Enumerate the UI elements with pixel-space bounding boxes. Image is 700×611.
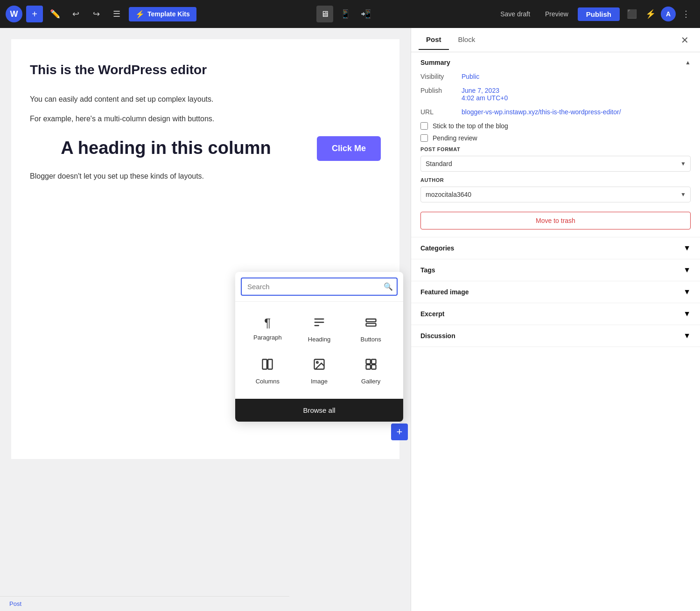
user-avatar[interactable]: A: [661, 7, 676, 21]
featured-image-chevron-icon: ▼: [683, 288, 691, 296]
mobile-icon: 📲: [361, 9, 371, 19]
url-row: URL blogger-vs-wp.instawp.xyz/this-is-th…: [420, 108, 691, 116]
undo-icon: ↩: [72, 9, 79, 19]
buttons-icon: [364, 316, 378, 332]
discussion-chevron-icon: ▼: [683, 332, 691, 340]
image-label: Image: [311, 378, 328, 385]
status-label: Post: [9, 600, 21, 607]
para-3[interactable]: Blogger doesn't let you set up these kin…: [30, 172, 381, 181]
publish-date: June 7, 2023: [462, 87, 499, 94]
lightning-icon: ⚡: [645, 9, 656, 19]
excerpt-title: Excerpt: [420, 310, 444, 318]
undo-button[interactable]: ↩: [67, 6, 84, 22]
column-left: A heading in this column: [30, 138, 302, 159]
redo-icon: ↪: [93, 9, 100, 19]
sidebar-toggle-button[interactable]: ⬛: [623, 6, 640, 22]
author-select-wrapper: mozocitala3640 ▼: [420, 187, 691, 202]
tablet-icon: 📱: [340, 9, 350, 19]
para-2[interactable]: For example, here's a multi-column desig…: [30, 113, 381, 125]
visibility-value[interactable]: Public: [462, 73, 691, 80]
sidebar-tabs: Post Block ✕: [411, 28, 700, 52]
svg-point-5: [316, 361, 318, 363]
svg-rect-0: [366, 319, 376, 322]
tablet-view-button[interactable]: 📱: [337, 6, 354, 22]
two-column-block: A heading in this column Click Me: [30, 136, 381, 161]
column-heading[interactable]: A heading in this column: [30, 138, 302, 159]
stick-top-checkbox[interactable]: [420, 122, 428, 130]
redo-button[interactable]: ↪: [88, 6, 105, 22]
tab-block[interactable]: Block: [451, 30, 483, 50]
featured-image-title: Featured image: [420, 288, 469, 296]
tools-button[interactable]: ☰: [108, 6, 125, 22]
block-item-image[interactable]: Image: [294, 351, 344, 391]
gallery-icon: [364, 358, 378, 374]
desktop-view-button[interactable]: 🖥: [316, 6, 333, 22]
publish-date-value[interactable]: June 7, 2023 4:02 am UTC+0: [462, 87, 691, 102]
block-item-heading[interactable]: Heading: [294, 309, 344, 349]
pending-review-label: Pending review: [433, 134, 477, 142]
image-icon: [313, 358, 326, 374]
publish-row: Publish June 7, 2023 4:02 am UTC+0: [420, 87, 691, 102]
buttons-label: Buttons: [361, 336, 381, 343]
click-me-button[interactable]: Click Me: [317, 136, 381, 161]
desktop-icon: 🖥: [321, 9, 329, 19]
block-search-input[interactable]: [242, 279, 380, 294]
post-format-select-wrapper: Standard Aside Chat Gallery Link Image Q…: [420, 156, 691, 172]
block-item-buttons[interactable]: Buttons: [346, 309, 396, 349]
discussion-title: Discussion: [420, 332, 455, 340]
wp-logo[interactable]: W: [6, 6, 22, 22]
para-1[interactable]: You can easily add content and set up co…: [30, 93, 381, 105]
lightning-button[interactable]: ⚡: [642, 6, 659, 22]
column-right: Click Me: [317, 136, 381, 161]
publish-label: Publish: [420, 87, 458, 94]
template-kits-icon: ⚡: [135, 10, 145, 19]
categories-chevron-icon: ▼: [683, 244, 691, 252]
browse-all-button[interactable]: Browse all: [235, 399, 403, 422]
summary-section: Summary ▲ Visibility Public Publish June…: [411, 52, 700, 237]
summary-section-header[interactable]: Summary ▲: [411, 52, 700, 73]
post-format-select[interactable]: Standard Aside Chat Gallery Link Image Q…: [420, 156, 691, 172]
tags-section-header[interactable]: Tags ▼: [411, 259, 700, 281]
preview-button[interactable]: Preview: [539, 7, 574, 21]
add-block-floating-button[interactable]: +: [391, 424, 408, 440]
block-search-area: 🔍: [235, 272, 403, 302]
author-select[interactable]: mozocitala3640: [420, 187, 691, 202]
heading-label: Heading: [308, 336, 330, 343]
visibility-row: Visibility Public: [420, 73, 691, 80]
excerpt-section-header[interactable]: Excerpt ▼: [411, 303, 700, 325]
block-search-inner: 🔍: [241, 278, 398, 296]
url-label: URL: [420, 108, 458, 116]
categories-title: Categories: [420, 244, 454, 252]
tab-post[interactable]: Post: [419, 30, 449, 50]
edit-tool-button[interactable]: ✏️: [47, 6, 63, 22]
post-title[interactable]: This is the WordPress editor: [30, 62, 381, 78]
template-kits-button[interactable]: ⚡ Template Kits: [129, 7, 196, 21]
pending-review-checkbox[interactable]: [420, 134, 428, 142]
add-block-button[interactable]: +: [26, 6, 43, 22]
main-layout: This is the WordPress editor You can eas…: [0, 28, 700, 611]
sidebar-content: Summary ▲ Visibility Public Publish June…: [411, 52, 700, 611]
plus-icon-floating: +: [397, 426, 403, 438]
featured-image-section-header[interactable]: Featured image ▼: [411, 281, 700, 303]
mobile-view-button[interactable]: 📲: [357, 6, 374, 22]
svg-rect-3: [268, 360, 272, 369]
excerpt-chevron-icon: ▼: [683, 310, 691, 318]
block-item-paragraph[interactable]: ¶ Paragraph: [243, 309, 293, 349]
template-kits-label: Template Kits: [147, 10, 190, 18]
discussion-section-header[interactable]: Discussion ▼: [411, 325, 700, 347]
heading-icon: [313, 316, 326, 332]
move-to-trash-button[interactable]: Move to trash: [420, 212, 691, 229]
publish-button[interactable]: Publish: [578, 7, 620, 21]
pending-review-row: Pending review: [420, 134, 691, 142]
stick-top-label: Stick to the top of the blog: [433, 122, 508, 130]
tags-title: Tags: [420, 266, 435, 274]
paragraph-label: Paragraph: [253, 334, 282, 341]
close-sidebar-button[interactable]: ✕: [677, 33, 693, 48]
block-item-gallery[interactable]: Gallery: [346, 351, 396, 391]
block-item-columns[interactable]: Columns: [243, 351, 293, 391]
tags-chevron-icon: ▼: [683, 266, 691, 274]
url-value[interactable]: blogger-vs-wp.instawp.xyz/this-is-the-wo…: [462, 108, 691, 116]
more-options-button[interactable]: ⋮: [678, 6, 694, 22]
save-draft-button[interactable]: Save draft: [495, 7, 536, 21]
categories-section-header[interactable]: Categories ▼: [411, 237, 700, 259]
